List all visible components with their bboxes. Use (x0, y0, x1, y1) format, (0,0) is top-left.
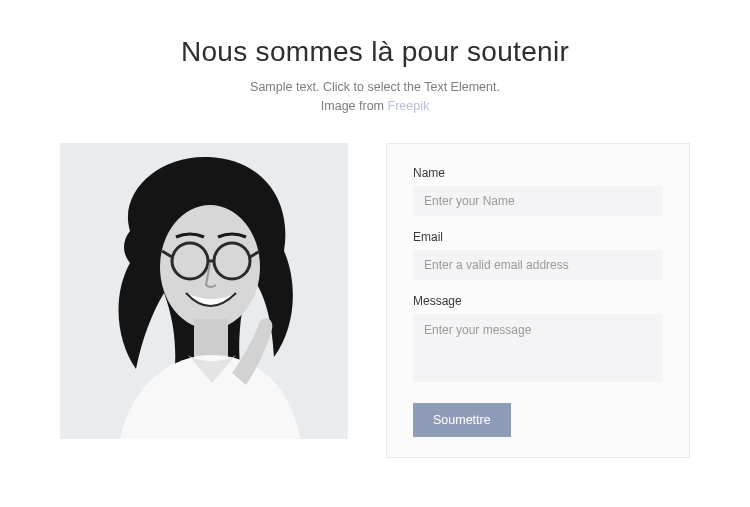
content-row: Name Email Message Soumettre (60, 143, 690, 458)
message-field-group: Message (413, 294, 663, 385)
submit-button[interactable]: Soumettre (413, 403, 511, 437)
email-label: Email (413, 230, 663, 244)
person-photo-placeholder (60, 143, 348, 439)
name-input[interactable] (413, 186, 663, 216)
header: Nous sommes là pour soutenir Sample text… (60, 36, 690, 117)
message-input[interactable] (413, 314, 663, 382)
name-field-group: Name (413, 166, 663, 216)
subtitle-line1: Sample text. Click to select the Text El… (250, 80, 500, 94)
page: Nous sommes là pour soutenir Sample text… (0, 0, 750, 488)
email-input[interactable] (413, 250, 663, 280)
svg-rect-2 (194, 319, 228, 357)
message-label: Message (413, 294, 663, 308)
email-field-group: Email (413, 230, 663, 280)
subtitle-prefix: Image from (321, 99, 388, 113)
name-label: Name (413, 166, 663, 180)
credit-link[interactable]: Freepik (388, 99, 430, 113)
hero-photo (60, 143, 348, 439)
contact-form: Name Email Message Soumettre (386, 143, 690, 458)
page-title: Nous sommes là pour soutenir (60, 36, 690, 68)
subtitle: Sample text. Click to select the Text El… (60, 78, 690, 117)
